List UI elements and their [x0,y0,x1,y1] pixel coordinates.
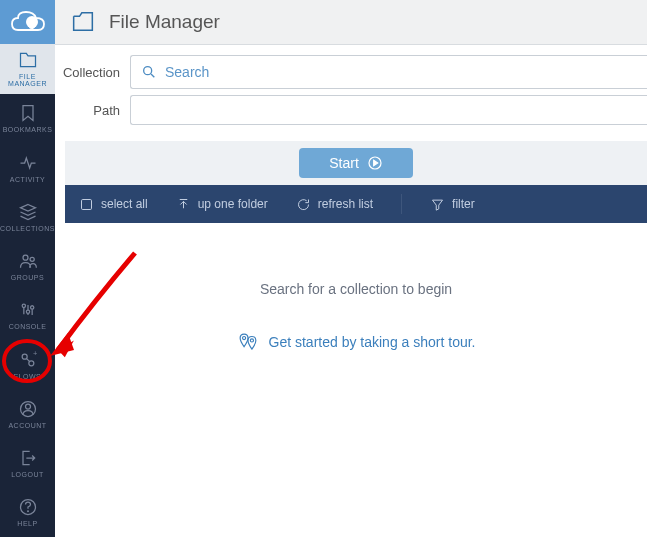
sidebar-item-bookmarks[interactable]: BOOKMARKS [0,94,55,143]
svg-text:g: g [29,18,34,28]
content-area: Search for a collection to begin Get sta… [65,223,647,537]
svg-point-12 [25,404,30,409]
svg-point-15 [144,67,152,75]
tour-link-text: Get started by taking a short tour. [269,334,476,350]
path-input[interactable] [141,103,637,118]
collection-search-input[interactable] [165,64,637,80]
file-toolbar: select all up one folder refresh list fi… [65,185,647,223]
sidebar-item-collections[interactable]: COLLECTIONS [0,192,55,241]
sidebar-item-help[interactable]: HELP [0,488,55,537]
empty-state-message: Search for a collection to begin [260,281,452,297]
main-panel: File Manager Collection Path Start [55,0,647,537]
sidebar-item-label: GROUPS [11,274,44,281]
collection-search-box[interactable] [130,55,647,89]
svg-point-19 [250,339,253,342]
filter-icon [430,197,445,212]
svg-point-7 [30,306,33,309]
sidebar-item-logout[interactable]: LOGOUT [0,438,55,487]
sidebar-item-label: BOOKMARKS [3,126,53,133]
up-folder-label: up one folder [198,197,268,211]
sidebar-item-groups[interactable]: GROUPS [0,241,55,290]
toolbar-separator [401,194,402,214]
app-logo: g [0,0,55,44]
select-all-toggle[interactable]: select all [79,197,148,212]
svg-rect-17 [82,199,92,209]
sidebar-item-label: HELP [17,520,37,527]
refresh-icon [296,197,311,212]
start-button[interactable]: Start [299,148,413,178]
sidebar-item-label: FLOWS [14,373,41,380]
sidebar-item-label: ACTIVITY [10,176,46,183]
search-section: Collection Path [55,45,647,141]
up-arrow-icon [176,197,191,212]
sidebar-item-activity[interactable]: ACTIVITY [0,143,55,192]
svg-text:+: + [33,350,38,358]
filter-button[interactable]: filter [430,197,475,212]
action-bar: Start [65,141,647,185]
refresh-list-button[interactable]: refresh list [296,197,373,212]
refresh-label: refresh list [318,197,373,211]
svg-point-4 [22,304,25,307]
file-manager-icon [69,7,97,38]
sidebar-item-label: ACCOUNT [8,422,46,429]
page-title: File Manager [109,11,220,33]
svg-point-18 [242,337,245,340]
search-icon [141,64,157,80]
filter-label: filter [452,197,475,211]
select-all-label: select all [101,197,148,211]
path-field-box[interactable] [130,95,647,125]
sidebar-item-account[interactable]: ACCOUNT [0,389,55,438]
sidebar-item-file-manager[interactable]: FILE MANAGER [0,44,55,93]
tour-pin-icon [237,331,259,353]
sidebar-item-label: LOGOUT [11,471,44,478]
up-one-folder-button[interactable]: up one folder [176,197,268,212]
sidebar-item-label: FILE MANAGER [0,73,55,87]
checkbox-icon [79,197,94,212]
sidebar: g FILE MANAGER BOOKMARKS ACTIVITY COLLEC… [0,0,55,537]
sidebar-item-label: CONSOLE [9,323,47,330]
svg-point-6 [26,310,29,313]
tour-link[interactable]: Get started by taking a short tour. [237,331,476,353]
sidebar-item-console[interactable]: CONSOLE [0,291,55,340]
collection-label: Collection [55,65,130,80]
sidebar-item-label: COLLECTIONS [0,225,55,232]
play-icon [367,155,383,171]
sidebar-item-flows[interactable]: + FLOWS [0,340,55,389]
path-label: Path [55,103,130,118]
start-button-label: Start [329,155,359,171]
svg-point-3 [30,257,34,261]
svg-point-2 [23,255,28,260]
page-header: File Manager [55,0,647,45]
svg-point-14 [27,511,28,512]
